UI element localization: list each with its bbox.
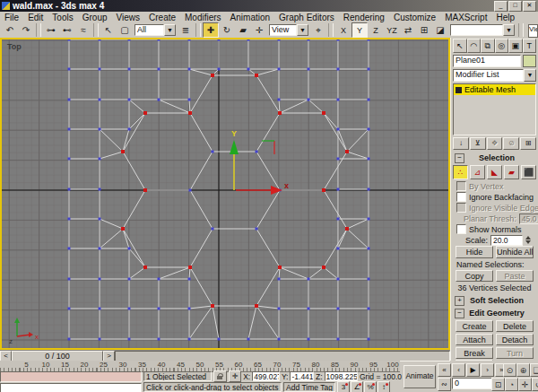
mirror-button[interactable]: ⇄ bbox=[400, 22, 416, 38]
chevron-down-icon[interactable]: ▼ bbox=[164, 24, 176, 36]
selection-filter-dropdown[interactable]: All▼ bbox=[134, 24, 176, 36]
minimize-button[interactable]: _ bbox=[494, 1, 508, 12]
select-object-button[interactable]: ↖ bbox=[100, 22, 117, 38]
scale-field[interactable]: 20.0 bbox=[490, 235, 523, 246]
edit-geometry-rollout-header[interactable]: − Edit Geometry bbox=[453, 308, 536, 318]
tab-display[interactable]: ▣ bbox=[508, 39, 523, 53]
modifier-stack[interactable]: Editable Mesh bbox=[453, 83, 536, 135]
element-subobject-icon[interactable]: ⬛ bbox=[521, 165, 536, 179]
menu-group[interactable]: Group bbox=[78, 13, 112, 22]
field-of-view-icon[interactable]: ◔ bbox=[505, 378, 518, 391]
ignore-backfacing-checkbox[interactable] bbox=[456, 192, 466, 202]
remove-modifier-button[interactable]: ⊘ bbox=[503, 137, 519, 150]
hide-button[interactable]: Hide bbox=[456, 246, 493, 258]
polygon-subobject-icon[interactable]: ▰ bbox=[504, 165, 519, 179]
collapse-icon[interactable]: − bbox=[455, 153, 464, 163]
select-and-manipulate-button[interactable]: ✛ bbox=[251, 22, 267, 38]
tab-create[interactable]: ↖ bbox=[453, 39, 467, 53]
modifier-list-dropdown[interactable]: Modifier List bbox=[453, 69, 524, 82]
top-viewport[interactable]: YxTopxz bbox=[0, 38, 450, 350]
edit-stack-button[interactable]: ⊞ bbox=[520, 137, 536, 150]
show-end-result-button[interactable]: ⊻ bbox=[470, 137, 486, 150]
go-to-start-button[interactable]: « bbox=[438, 363, 451, 377]
rectangular-selection-region-button[interactable]: ▢ bbox=[117, 22, 133, 38]
align-button[interactable]: ◪ bbox=[432, 22, 448, 38]
current-frame-field[interactable]: 0 bbox=[452, 378, 497, 389]
bind-to-space-warp-button[interactable]: ≈ bbox=[75, 22, 91, 38]
array-button[interactable]: ⊞ bbox=[416, 22, 432, 38]
paste-named-selection-button[interactable]: Paste bbox=[496, 270, 534, 282]
play-button[interactable]: ▶ bbox=[466, 363, 480, 377]
named-selection-sets-dropdown[interactable]: ▼ bbox=[450, 24, 515, 36]
maximize-button[interactable]: □ bbox=[508, 1, 522, 12]
y-coord-field[interactable]: -1.441 bbox=[290, 371, 314, 381]
close-button[interactable]: ✕ bbox=[523, 1, 536, 12]
next-frame-button[interactable]: › bbox=[481, 363, 494, 377]
menu-modifiers[interactable]: Modifiers bbox=[180, 13, 226, 22]
zoom-icon[interactable]: ⊙ bbox=[503, 363, 516, 377]
vertex-subobject-icon[interactable]: ∴ bbox=[453, 165, 468, 179]
unlink-selection-button[interactable]: ⊷ bbox=[59, 22, 75, 38]
tab-utilities[interactable]: T bbox=[523, 39, 537, 53]
animate-button[interactable]: Animate bbox=[404, 365, 436, 388]
select-and-move-button[interactable]: ✚ bbox=[203, 22, 219, 38]
selection-rollout-header[interactable]: − Selection bbox=[453, 152, 536, 163]
restrict-x-button[interactable]: X bbox=[335, 22, 351, 38]
menu-rendering[interactable]: Rendering bbox=[339, 13, 389, 22]
menu-edit[interactable]: Edit bbox=[23, 13, 48, 22]
unhide-all-button[interactable]: Unhide All bbox=[496, 246, 534, 258]
show-normals-checkbox[interactable] bbox=[456, 224, 466, 234]
listener-line[interactable] bbox=[0, 383, 142, 392]
menu-maxscript[interactable]: MAXScript bbox=[440, 13, 491, 22]
menu-file[interactable]: File bbox=[0, 13, 23, 22]
use-pivot-point-center-button[interactable]: ⌖ bbox=[310, 22, 326, 38]
modifier-list-arrow-icon[interactable]: ▼ bbox=[524, 69, 536, 82]
pin-stack-button[interactable]: ↓ bbox=[453, 137, 469, 150]
spinner-snap-toggle-icon[interactable]: ↕ bbox=[377, 381, 390, 392]
zoom-extents-icon[interactable]: ❑ bbox=[530, 363, 538, 377]
select-and-link-button[interactable]: ⊶ bbox=[43, 22, 59, 38]
previous-frame-button[interactable]: ‹ bbox=[452, 363, 465, 377]
copy-named-selection-button[interactable]: Copy bbox=[456, 270, 493, 282]
z-coord-field[interactable]: 1098.225 bbox=[325, 371, 358, 381]
restrict-y-button[interactable]: Y bbox=[351, 22, 368, 38]
angle-snap-toggle-icon[interactable]: ∠ bbox=[351, 381, 363, 392]
arc-rotate-icon[interactable]: ↺ bbox=[532, 378, 538, 391]
menu-graph-editors[interactable]: Graph Editors bbox=[274, 13, 339, 22]
add-time-tag[interactable]: Add Time Tag bbox=[283, 382, 335, 392]
select-by-name-button[interactable]: ≣ bbox=[178, 22, 194, 38]
menu-views[interactable]: Views bbox=[112, 13, 145, 22]
restrict-z-button[interactable]: Z bbox=[368, 22, 384, 38]
collapse-icon[interactable]: − bbox=[455, 309, 464, 318]
select-and-scale-button[interactable]: ▰ bbox=[235, 22, 251, 38]
scale-spinner[interactable] bbox=[525, 236, 531, 244]
break-button[interactable]: Break bbox=[456, 347, 493, 359]
modifier-stack-item[interactable]: Editable Mesh bbox=[454, 84, 535, 95]
zoom-all-icon[interactable]: ⊕ bbox=[516, 363, 530, 377]
create-button[interactable]: Create bbox=[456, 320, 493, 332]
x-coord-field[interactable]: 499.027 bbox=[252, 371, 280, 381]
tab-hierarchy[interactable]: ⧉ bbox=[481, 39, 495, 53]
macro-recorder-line[interactable] bbox=[0, 371, 142, 382]
pan-icon[interactable]: ✛ bbox=[518, 378, 532, 391]
ignore-visible-edges-checkbox[interactable] bbox=[456, 203, 466, 213]
object-color-swatch[interactable] bbox=[523, 55, 536, 67]
object-name-field[interactable]: Plane01 bbox=[453, 55, 521, 67]
menu-animation[interactable]: Animation bbox=[226, 13, 274, 22]
selection-lock-icon[interactable] bbox=[213, 370, 227, 382]
make-unique-button[interactable]: ❖ bbox=[487, 137, 503, 150]
snap-toggle-icon[interactable]: 3 bbox=[337, 381, 350, 392]
soft-selection-rollout-header[interactable]: + Soft Selection bbox=[453, 295, 536, 306]
detach-button[interactable]: Detach bbox=[496, 334, 534, 345]
reference-coordinate-system-dropdown[interactable]: View▼ bbox=[269, 24, 308, 36]
undo-button[interactable]: ↶ bbox=[2, 22, 18, 38]
chevron-down-icon[interactable]: ▼ bbox=[297, 24, 308, 36]
menu-help[interactable]: Help bbox=[491, 13, 519, 22]
face-subobject-icon[interactable]: ◣ bbox=[487, 165, 502, 179]
region-zoom-icon[interactable]: ⊡ bbox=[491, 378, 505, 391]
attach-button[interactable]: Attach bbox=[456, 334, 493, 345]
restrict-plane-button[interactable]: YZ bbox=[384, 22, 400, 38]
delete-button[interactable]: Delete bbox=[496, 320, 534, 332]
by-vertex-checkbox[interactable] bbox=[456, 181, 466, 191]
key-mode-toggle-icon[interactable]: ∾ bbox=[438, 378, 451, 391]
